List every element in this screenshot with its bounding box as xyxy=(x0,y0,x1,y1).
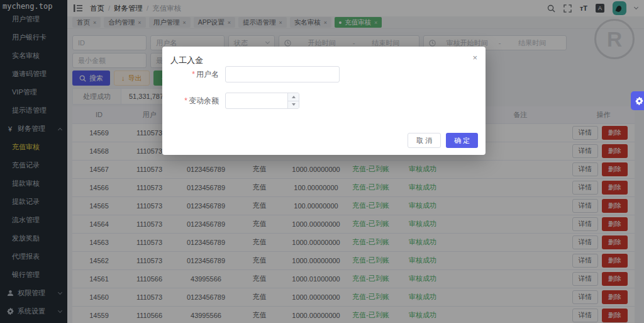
dialog-title: 人工入金 xyxy=(162,47,486,66)
theme-settings-button[interactable] xyxy=(631,91,644,110)
username-form-row: *用户名 xyxy=(170,66,486,82)
dialog-footer: 取 消 确 定 xyxy=(408,133,478,148)
stepper-up-button[interactable] xyxy=(288,93,299,101)
balance-form-row: *变动余额 xyxy=(170,93,486,109)
username-label: *用户名 xyxy=(170,69,219,80)
required-marker: * xyxy=(192,70,195,79)
balance-label: *变动余额 xyxy=(170,96,219,106)
cancel-button[interactable]: 取 消 xyxy=(408,133,441,148)
manual-deposit-dialog: 人工入金 × *用户名 *变动余额 取 消 确 定 xyxy=(162,47,486,155)
number-stepper xyxy=(287,93,299,108)
stepper-down-button[interactable] xyxy=(288,101,299,109)
confirm-button[interactable]: 确 定 xyxy=(446,133,478,148)
balance-number-input xyxy=(225,93,299,109)
required-marker: * xyxy=(184,96,187,105)
dialog-username-input[interactable] xyxy=(225,66,340,82)
gear-icon xyxy=(635,97,643,105)
close-icon[interactable]: × xyxy=(472,54,477,62)
